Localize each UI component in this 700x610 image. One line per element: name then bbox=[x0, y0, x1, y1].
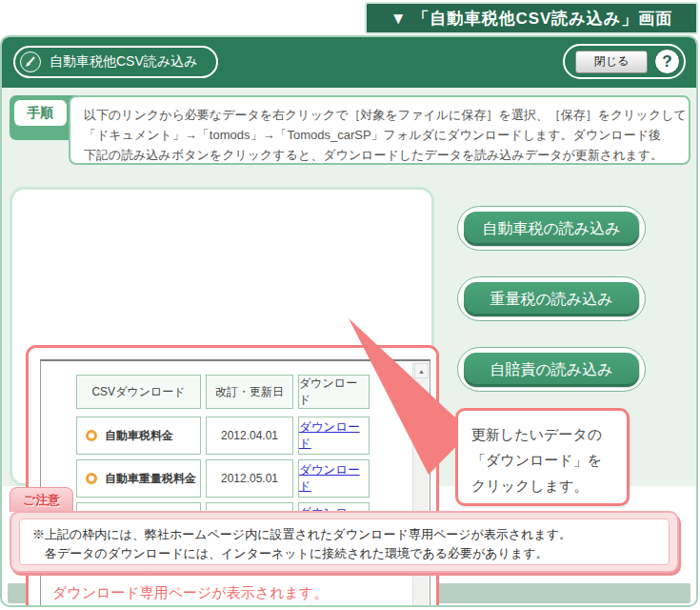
notice-text: ※上記の枠内には、弊社ホームページ内に設置されたダウンロード専用ページが表示され… bbox=[19, 518, 670, 565]
load-button-frame: 重量税の読み込み bbox=[457, 276, 646, 321]
procedure-instructions: 以下のリンクから必要なデータを右クリックで［対象をファイルに保存］を選択、［保存… bbox=[69, 95, 690, 165]
scroll-up-icon[interactable]: ▲ bbox=[414, 363, 429, 378]
callout-box: 更新したいデータの 「ダウンロード」を クリックします。 bbox=[455, 408, 630, 506]
notice-tab-label: ご注意 bbox=[10, 487, 73, 512]
load-liability-button[interactable]: 自賠責の読み込み bbox=[464, 353, 639, 387]
screen-caption-banner: ▼ 「自動車税他CSV読み込み」画面 bbox=[365, 2, 698, 34]
procedure-line-1: 以下のリンクから必要なデータを右クリックで［対象をファイルに保存］を選択、［保存… bbox=[84, 105, 689, 125]
download-frame-outer: CSVダウンロード 改訂・更新日 ダウンロード 自動車税料金 2012.04.0… bbox=[10, 187, 434, 486]
screen: ▼ 「自動車税他CSV読み込み」画面 自動車税他CSV読み込み 閉じる ? bbox=[0, 0, 700, 610]
notice-line-2: 各データのダウンロードには、インターネットに接続された環境である必要があります。 bbox=[32, 544, 669, 563]
callout-line-2: 「ダウンロード」を bbox=[471, 447, 627, 473]
load-button-frame: 自動車税の読み込み bbox=[457, 206, 646, 251]
window-title-pill: 自動車税他CSV読み込み bbox=[13, 46, 218, 78]
help-icon[interactable]: ? bbox=[654, 49, 680, 74]
table-row-name: 自動車税料金 bbox=[76, 417, 201, 455]
column-header-revision-date: 改訂・更新日 bbox=[206, 375, 293, 409]
table-row-download-cell: ダウンロード bbox=[298, 459, 370, 498]
titlebar-controls: 閉じる ? bbox=[563, 44, 686, 79]
bullet-circle-icon bbox=[86, 473, 97, 484]
table-row-download-cell: ダウンロード bbox=[298, 417, 370, 455]
procedure-line-2: 「ドキュメント」→「tomods」→「Tomods_carSP」フォルダにダウン… bbox=[84, 125, 689, 145]
column-header-download: ダウンロード bbox=[298, 375, 370, 409]
load-car-tax-button[interactable]: 自動車税の読み込み bbox=[464, 212, 639, 246]
close-button[interactable]: 閉じる bbox=[575, 51, 648, 73]
titlebar: 自動車税他CSV読み込み 閉じる ? bbox=[2, 37, 696, 88]
callout-line-3: クリックします。 bbox=[471, 473, 627, 498]
screen-caption-label: ▼ 「自動車税他CSV読み込み」画面 bbox=[390, 8, 672, 30]
load-button-frame: 自賠責の読み込み bbox=[457, 347, 646, 392]
table-row-name: 自動車重量税料金 bbox=[76, 459, 201, 498]
scroll-down-icon[interactable]: ▼ bbox=[414, 606, 429, 607]
csv-import-window: 自動車税他CSV読み込み 閉じる ? 手順 以下のリンクから必要なデータを右クリ… bbox=[0, 35, 698, 607]
table-row-date: 2012.04.01 bbox=[206, 417, 293, 455]
notice-line-1: ※上記の枠内には、弊社ホームページ内に設置されたダウンロード専用ページが表示され… bbox=[32, 525, 669, 544]
load-weight-tax-button[interactable]: 重量税の読み込み bbox=[464, 282, 639, 316]
procedure-tab-label: 手順 bbox=[14, 100, 67, 126]
bullet-circle-icon bbox=[86, 430, 97, 441]
column-header-csv-download: CSVダウンロード bbox=[76, 375, 201, 409]
download-link-weight-tax[interactable]: ダウンロード bbox=[299, 462, 369, 495]
callout-line-1: 更新したいデータの bbox=[471, 421, 627, 447]
table-row-date: 2012.05.01 bbox=[206, 459, 293, 498]
window-title: 自動車税他CSV読み込み bbox=[50, 53, 197, 71]
download-link-car-tax[interactable]: ダウンロード bbox=[299, 419, 369, 452]
notice-box: ※上記の枠内には、弊社ホームページ内に設置されたダウンロード専用ページが表示され… bbox=[10, 511, 679, 573]
procedure-line-3: 下記の読み込みボタンをクリックすると、ダウンロードしたデータを読み込みデータが更… bbox=[84, 145, 689, 165]
csv-import-icon bbox=[20, 51, 41, 72]
